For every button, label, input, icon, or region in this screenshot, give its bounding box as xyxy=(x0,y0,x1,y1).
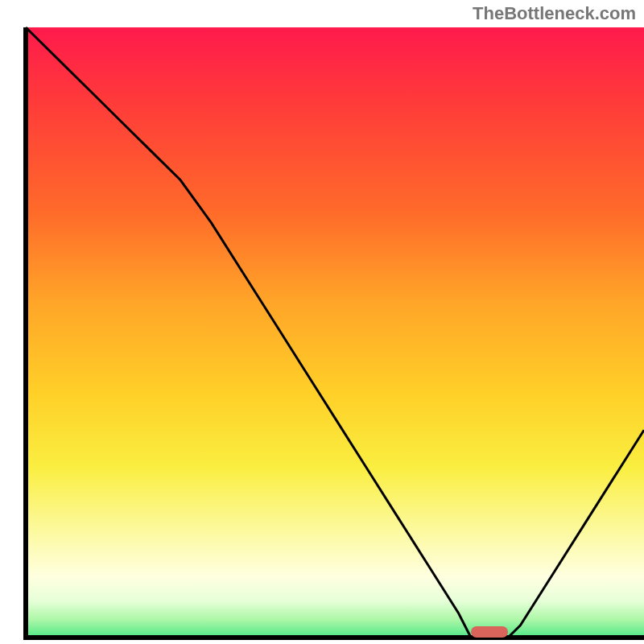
bottleneck-chart xyxy=(0,0,644,644)
chart-container: TheBottleneck.com xyxy=(0,0,644,644)
optimal-range-marker xyxy=(471,626,508,638)
watermark-label: TheBottleneck.com xyxy=(473,3,636,24)
